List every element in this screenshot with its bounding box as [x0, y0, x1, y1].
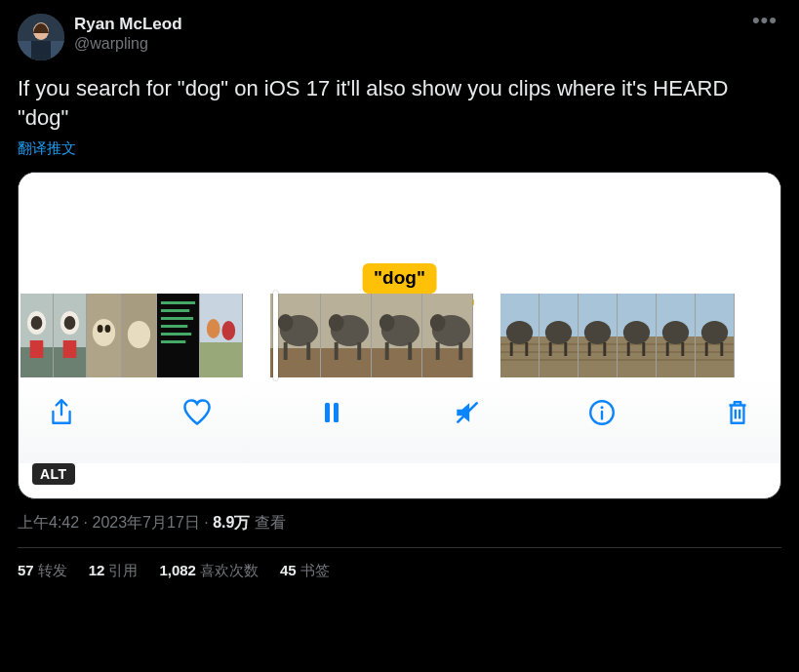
- svg-rect-103: [325, 403, 330, 422]
- svg-rect-61: [510, 342, 513, 356]
- svg-point-52: [430, 314, 446, 332]
- clip-group: [20, 294, 243, 377]
- heart-icon[interactable]: [180, 395, 215, 430]
- playhead[interactable]: [273, 291, 278, 380]
- svg-rect-62: [525, 342, 528, 356]
- svg-point-107: [601, 407, 604, 410]
- svg-point-15: [93, 319, 115, 346]
- svg-rect-26: [161, 340, 185, 343]
- svg-rect-28: [200, 342, 242, 377]
- share-icon[interactable]: [44, 395, 79, 430]
- svg-rect-53: [436, 342, 440, 360]
- thumbnail: [579, 294, 618, 377]
- retweets-stat[interactable]: 57转发: [18, 562, 67, 580]
- thumbnail: [618, 294, 657, 377]
- svg-point-76: [584, 321, 611, 344]
- svg-rect-23: [161, 317, 193, 320]
- svg-point-40: [329, 314, 344, 332]
- thumbnail: [657, 294, 696, 377]
- svg-point-12: [64, 316, 76, 330]
- tweet-text: If you search for "dog" on iOS 17 it'll …: [18, 74, 781, 132]
- svg-point-19: [128, 321, 150, 348]
- svg-rect-48: [408, 342, 412, 360]
- svg-rect-47: [385, 342, 389, 360]
- thumbnail: [422, 294, 473, 377]
- svg-rect-86: [642, 342, 645, 356]
- author-names[interactable]: Ryan McLeod @warpling: [74, 14, 748, 54]
- clip-group: [270, 294, 473, 377]
- thumbnail: [54, 294, 87, 377]
- bookmarks-stat[interactable]: 45书签: [280, 562, 330, 580]
- likes-stat[interactable]: 1,082喜欢次数: [159, 562, 259, 580]
- mute-icon[interactable]: [450, 395, 485, 430]
- svg-point-7: [31, 316, 43, 330]
- svg-rect-70: [564, 342, 567, 356]
- svg-rect-3: [31, 41, 51, 60]
- svg-rect-94: [681, 342, 684, 356]
- svg-rect-104: [334, 403, 339, 422]
- tweet-header: Ryan McLeod @warpling •••: [18, 14, 781, 60]
- media-toolbar: [19, 377, 780, 463]
- svg-point-92: [662, 321, 689, 344]
- alt-badge[interactable]: ALT: [32, 463, 75, 485]
- svg-rect-8: [30, 340, 44, 358]
- svg-rect-44: [372, 348, 421, 377]
- display-name: Ryan McLeod: [74, 14, 748, 34]
- svg-rect-25: [161, 333, 191, 336]
- svg-point-34: [278, 314, 294, 332]
- thumbnail: [20, 294, 54, 377]
- svg-point-68: [545, 321, 572, 344]
- more-icon[interactable]: •••: [748, 14, 781, 27]
- tweet-container: Ryan McLeod @warpling ••• If you search …: [0, 0, 799, 580]
- svg-point-17: [104, 325, 110, 333]
- pause-icon[interactable]: [314, 395, 349, 430]
- thumbnail: [500, 294, 539, 377]
- views-count: 8.9万: [213, 514, 250, 531]
- thumbnail: [200, 294, 243, 377]
- svg-rect-35: [284, 342, 288, 360]
- tweet-media[interactable]: "dog": [18, 172, 781, 499]
- thumbnail: [122, 294, 157, 377]
- svg-rect-77: [588, 342, 591, 356]
- svg-rect-69: [549, 342, 552, 356]
- thumbnail: [372, 294, 422, 377]
- handle: @warpling: [74, 34, 748, 54]
- caption-pill: "dog": [362, 263, 437, 294]
- svg-point-60: [506, 321, 533, 344]
- svg-rect-50: [422, 348, 472, 377]
- trash-icon[interactable]: [720, 395, 755, 430]
- video-filmstrip[interactable]: [19, 294, 780, 377]
- svg-rect-42: [357, 342, 361, 360]
- svg-rect-78: [603, 342, 606, 356]
- svg-point-30: [221, 321, 235, 340]
- thumbnail: [321, 294, 372, 377]
- svg-rect-13: [63, 340, 77, 358]
- svg-rect-101: [705, 342, 708, 356]
- svg-rect-93: [666, 342, 669, 356]
- svg-rect-85: [627, 342, 630, 356]
- svg-point-100: [701, 321, 728, 344]
- svg-rect-21: [161, 301, 195, 304]
- avatar[interactable]: [18, 14, 64, 60]
- views-label: 查看: [250, 514, 285, 531]
- svg-point-29: [207, 319, 220, 338]
- svg-rect-22: [161, 309, 189, 312]
- tweet-meta[interactable]: 上午4:42 · 2023年7月17日 · 8.9万 查看: [18, 513, 781, 534]
- svg-rect-36: [306, 342, 310, 360]
- thumbnail: [539, 294, 579, 377]
- translate-link[interactable]: 翻译推文: [18, 139, 76, 158]
- svg-rect-24: [161, 325, 187, 328]
- quotes-stat[interactable]: 12引用: [89, 562, 139, 580]
- thumbnail: [87, 294, 122, 377]
- tweet-stats: 57转发 12引用 1,082喜欢次数 45书签: [18, 548, 781, 580]
- svg-rect-54: [459, 342, 462, 360]
- thumbnail: [696, 294, 735, 377]
- meta-date: 2023年7月17日: [92, 514, 199, 531]
- svg-point-16: [98, 325, 103, 333]
- thumbnail: [157, 294, 200, 377]
- meta-time: 上午4:42: [18, 514, 79, 531]
- clip-group: [500, 294, 735, 377]
- media-top-area: "dog": [19, 173, 780, 294]
- svg-rect-102: [720, 342, 723, 356]
- info-icon[interactable]: [584, 395, 619, 430]
